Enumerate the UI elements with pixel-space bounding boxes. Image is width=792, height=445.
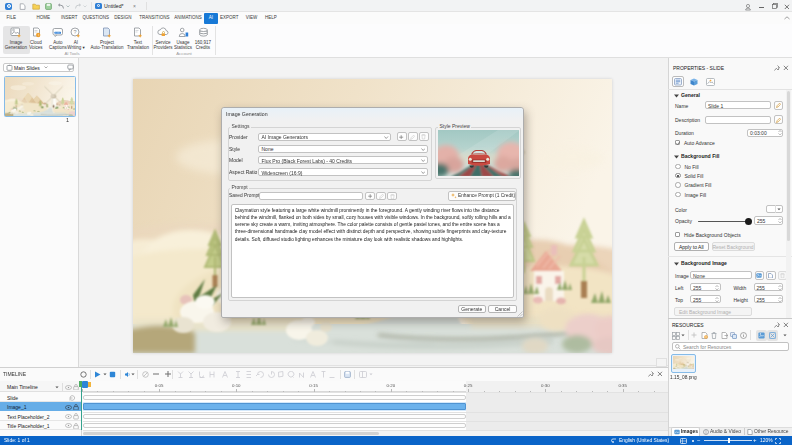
- svg-text:?: ?: [73, 29, 76, 35]
